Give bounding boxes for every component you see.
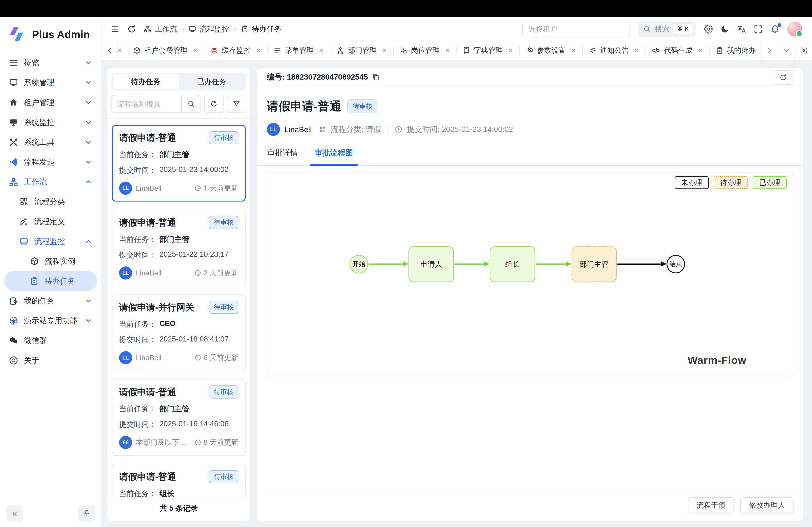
sidebar-item-tenant-mgmt[interactable]: 租户管理	[4, 93, 97, 112]
tab-label: 租户套餐管理	[144, 46, 188, 56]
sidebar-item-wechat-group[interactable]: 微信群	[4, 331, 97, 350]
sidebar-item-workflow[interactable]: 工作流	[4, 172, 97, 192]
task-card[interactable]: 请假申请-普通 待审核 当前任务：部门主管 提交时间：2025-01-23 14…	[112, 125, 246, 201]
process-intervene-button[interactable]: 流程干预	[688, 497, 734, 513]
copy-icon[interactable]	[372, 73, 380, 81]
refresh-page-button[interactable]	[127, 25, 136, 34]
flowchart-canvas[interactable]: 未办理 待办理 已办理 开始 申请人 组长 部门主管 结束 Warm-Flow	[267, 172, 793, 377]
clipboard-icon	[30, 276, 39, 286]
global-search-button[interactable]: 搜索 ⌘ K	[638, 21, 696, 37]
close-icon[interactable]: ✕	[634, 47, 639, 54]
sidebar-item-overview[interactable]: 概览	[4, 53, 97, 73]
toggle-sidebar-button[interactable]	[111, 25, 119, 34]
close-icon[interactable]: ✕	[445, 47, 450, 54]
task-card[interactable]: 请假申请-普通 待审核 当前任务：组长 提交时间：2025-01-16 14:4…	[112, 464, 246, 497]
gear-icon	[704, 25, 713, 34]
tab-approval-flowchart[interactable]: 审批流程图	[315, 148, 353, 165]
definition-icon	[19, 217, 28, 226]
process-search-input[interactable]	[112, 95, 181, 112]
sidebar-item-process-definition[interactable]: 流程定义	[4, 212, 97, 231]
flow-node-dept-manager[interactable]: 部门主管	[571, 246, 617, 282]
updated-time: 2 天前更新	[203, 268, 238, 278]
sidebar-item-system-monitor[interactable]: 系统监控	[4, 112, 97, 132]
list-filter-button[interactable]	[227, 95, 246, 113]
notifications-button[interactable]	[770, 25, 780, 34]
tab-tenant-package[interactable]: 租户套餐管理 ✕	[127, 41, 204, 60]
top-header: 工作流 › 流程监控 › 待办任务 搜索 ⌘ K	[102, 17, 812, 41]
sidebar-item-demo-features[interactable]: 演示站专用功能	[4, 311, 97, 331]
close-icon[interactable]: ✕	[508, 47, 513, 54]
search-submit-button[interactable]	[181, 95, 201, 112]
close-icon[interactable]: ✕	[571, 47, 576, 54]
sidebar-item-process-instance[interactable]: 流程实例	[4, 251, 97, 271]
pin-sidebar-button[interactable]	[78, 506, 96, 522]
user-avatar[interactable]	[787, 21, 802, 36]
task-title: 请假申请-普通	[119, 471, 176, 483]
tabs-scroll-left-button[interactable]	[102, 41, 118, 60]
close-icon[interactable]: ✕	[256, 47, 261, 54]
tab-pending-tasks[interactable]: 待办任务	[113, 74, 179, 89]
close-icon[interactable]: ✕	[319, 47, 324, 54]
status-badge: 待审核	[209, 216, 238, 229]
flow-node-start[interactable]: 开始	[350, 255, 368, 273]
tab-my-todo[interactable]: 我的待办 ✕	[709, 41, 760, 60]
collapse-sidebar-button[interactable]: «	[6, 506, 23, 522]
dark-mode-button[interactable]	[721, 25, 729, 34]
settings-button[interactable]	[704, 25, 713, 34]
logo[interactable]: Plus Admin	[0, 17, 101, 47]
flow-arrow	[617, 264, 662, 265]
tab-clipped[interactable]: ✕	[118, 41, 127, 60]
task-card[interactable]: 请假申请-普通 待审核 当前任务：部门主管 提交时间：2025-01-22 10…	[112, 210, 246, 286]
sidebar: Plus Admin 概览 系统管理 租户管理 系统监控	[0, 17, 102, 527]
clipboard-user-icon	[9, 297, 18, 305]
sidebar-item-my-tasks[interactable]: 我的任务	[4, 291, 97, 311]
sidebar-item-system-tools[interactable]: 系统工具	[4, 132, 97, 152]
content-fullscreen-button[interactable]	[795, 41, 812, 60]
detail-title-row: 请假申请-普通 待审核	[267, 99, 793, 114]
tab-code-gen[interactable]: </> 代码生成 ✕	[646, 41, 709, 60]
tabs-scroll-right-button[interactable]	[760, 41, 778, 60]
tab-post-mgmt[interactable]: 岗位管理 ✕	[393, 41, 456, 60]
tenant-select-input[interactable]	[522, 21, 630, 37]
flow-node-applicant[interactable]: 申请人	[408, 246, 454, 282]
sidebar-item-system-mgmt[interactable]: 系统管理	[4, 73, 97, 93]
sidebar-item-process-start[interactable]: 流程发起	[4, 152, 97, 172]
fullscreen-button[interactable]	[754, 25, 763, 34]
tab-param-settings[interactable]: 参数设置 ✕	[520, 41, 582, 60]
close-icon[interactable]: ✕	[118, 47, 122, 54]
task-card[interactable]: 请假申请-并行网关 待审核 当前任务：CEO 提交时间：2025-01-18 0…	[112, 295, 246, 371]
monitor-small-icon	[19, 237, 28, 246]
detail-refresh-button[interactable]	[773, 70, 794, 85]
chevron-up-icon	[85, 178, 92, 186]
refresh-icon	[210, 100, 218, 108]
tab-cache-monitor[interactable]: 缓存监控 ✕	[204, 41, 267, 60]
tab-dept-mgmt[interactable]: 部门管理 ✕	[330, 41, 393, 60]
process-category: 流程分类: 请假	[331, 124, 381, 135]
tab-notice[interactable]: 通知公告 ✕	[582, 41, 645, 60]
flow-node-team-leader[interactable]: 组长	[490, 246, 535, 282]
tab-dict-mgmt[interactable]: 字典管理 ✕	[456, 41, 519, 60]
flow-node-end[interactable]: 结束	[667, 255, 685, 273]
sidebar-item-todo-tasks[interactable]: 待办任务	[4, 271, 97, 291]
list-refresh-button[interactable]	[204, 95, 223, 113]
close-icon[interactable]: ✕	[193, 47, 198, 54]
initiator-name: LinaBell	[136, 353, 161, 362]
current-task-value: 部门主管	[159, 404, 189, 414]
chevron-up-icon	[85, 238, 92, 245]
sidebar-item-about[interactable]: 关于	[4, 350, 97, 370]
breadcrumb-todo-tasks[interactable]: 待办任务	[241, 24, 281, 34]
tabs-menu-button[interactable]	[778, 41, 795, 60]
redis-icon	[211, 47, 218, 54]
tab-done-tasks[interactable]: 已办任务	[179, 74, 245, 89]
language-button[interactable]	[737, 25, 746, 34]
breadcrumb-process-monitor[interactable]: 流程监控	[189, 24, 229, 34]
task-card[interactable]: 请假申请-普通 待审核 当前任务：部门主管 提交时间：2025-01-16 14…	[112, 379, 246, 456]
sidebar-item-process-monitor[interactable]: 流程监控	[4, 231, 97, 251]
breadcrumb-workflow[interactable]: 工作流	[144, 24, 177, 34]
tab-approval-detail[interactable]: 审批详情	[267, 148, 298, 165]
change-assignee-button[interactable]: 修改办理人	[740, 497, 794, 513]
sidebar-item-process-category[interactable]: 流程分类	[4, 192, 97, 212]
close-icon[interactable]: ✕	[698, 47, 703, 54]
tab-menu-mgmt[interactable]: 菜单管理 ✕	[267, 41, 330, 60]
close-icon[interactable]: ✕	[382, 47, 387, 54]
